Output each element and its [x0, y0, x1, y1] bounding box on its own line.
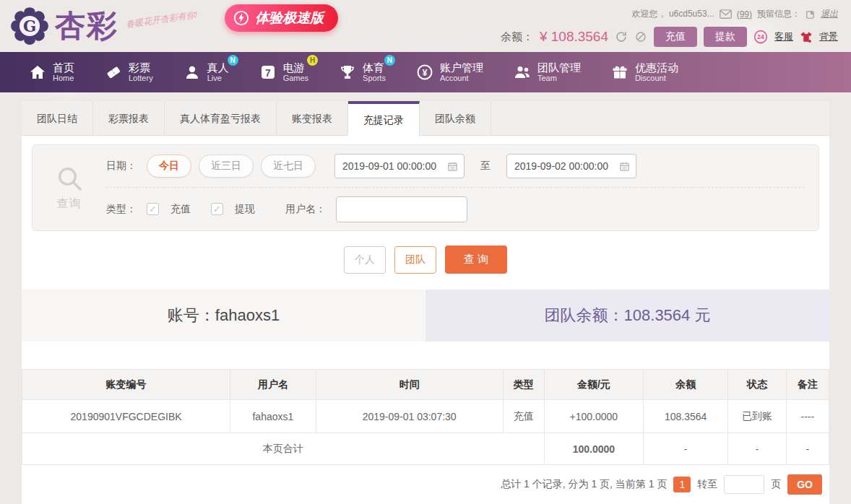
nav-item-home[interactable]: 首页Home	[29, 61, 74, 83]
account-bar: 账号：fahaoxs1 团队余额：108.3564 元	[22, 290, 829, 342]
goto-page-input[interactable]	[724, 475, 764, 494]
nav-zh-label: 账户管理	[440, 61, 483, 74]
nav-item-live[interactable]: 真人Live N	[183, 61, 229, 83]
hot-badge: H	[307, 55, 318, 66]
new-badge: N	[384, 55, 395, 66]
nav-en-label: Live	[207, 74, 229, 83]
brand-tagline: 春暖花开杏彩有你!	[125, 9, 198, 31]
recharge-checkbox[interactable]: ✓	[147, 203, 159, 215]
summary-balance: -	[644, 433, 728, 465]
nav-zh-label: 体育	[363, 61, 386, 74]
tab-lottery-report[interactable]: 彩票报表	[93, 101, 165, 135]
balance-value: ¥ 108.3564	[540, 29, 608, 45]
summary-row: 本页合计 100.0000 - - -	[22, 433, 829, 465]
nav-item-discount[interactable]: 优惠活动Discount	[611, 61, 678, 83]
nav-item-account[interactable]: ¥ 账户管理Account	[416, 61, 483, 83]
logout-link[interactable]: 退出	[821, 8, 838, 20]
cell-username: fahaoxs1	[230, 400, 316, 433]
action-row: 个人 团队 查 询	[22, 246, 829, 274]
summary-status: -	[728, 433, 786, 465]
col-status: 状态	[728, 370, 786, 400]
balance-label: 余额：	[501, 30, 533, 44]
cell-type: 充值	[503, 400, 544, 433]
speed-version-label: 体验极速版	[255, 9, 324, 27]
brand-logo[interactable]: G 杏彩 春暖花开杏彩有你!	[10, 6, 197, 46]
nav-item-sports[interactable]: 体育Sports N	[339, 61, 386, 83]
main-nav: 首页Home 彩票Lottery 真人Live N 7 电游Games H 体育…	[0, 52, 851, 92]
type-label: 类型：	[106, 203, 137, 216]
nav-item-lottery[interactable]: 彩票Lottery	[105, 61, 153, 83]
header-right: 欢迎您， u6cd5u53... (99) 预留信息： 退出 余额： ¥ 108…	[501, 5, 838, 47]
range-7days-pill[interactable]: 近七日	[261, 155, 316, 178]
username-label: 用户名：	[285, 203, 326, 216]
withdraw-button[interactable]: 提款	[704, 27, 747, 47]
shirt-icon	[800, 30, 813, 43]
nav-item-games[interactable]: 7 电游Games H	[259, 61, 308, 83]
mail-count-link[interactable]: (99)	[737, 9, 752, 19]
hide-balance-icon[interactable]	[634, 30, 647, 43]
query-button[interactable]: 查 询	[445, 246, 507, 274]
svg-text:G: G	[23, 17, 36, 35]
range-3days-pill[interactable]: 近三日	[199, 155, 254, 178]
pagination-summary: 总计 1 个记录, 分为 1 页, 当前第 1 页	[501, 478, 667, 491]
service-link[interactable]: 客服	[774, 30, 793, 43]
withdraw-checkbox-label: 提现	[235, 203, 255, 216]
date-to-input[interactable]: 2019-09-02 00:00:00	[506, 154, 636, 178]
new-badge: N	[228, 55, 238, 66]
username-input[interactable]	[336, 196, 467, 222]
refresh-icon[interactable]	[615, 30, 628, 43]
gift-icon	[611, 64, 628, 81]
summary-amount: 100.0000	[544, 433, 643, 465]
pagination: 总计 1 个记录, 分为 1 页, 当前第 1 页 1 转至 页 GO	[22, 465, 829, 504]
nav-en-label: Lottery	[129, 74, 153, 83]
nav-en-label: Team	[537, 74, 581, 83]
coin-yuan-icon: ¥	[416, 64, 433, 81]
filter-type-row: 类型： ✓ 充值 ✓ 提现 用户名：	[106, 188, 804, 230]
tab-team-balance[interactable]: 团队余额	[420, 101, 491, 135]
lightning-icon	[233, 10, 249, 26]
trophy-icon	[339, 64, 356, 81]
mail-icon[interactable]	[720, 9, 732, 19]
records-table: 账变编号 用户名 时间 类型 金额/元 余额 状态 备注 20190901VFG…	[22, 369, 829, 465]
cell-change-id: 20190901VFGCDEGIBK	[22, 400, 230, 433]
goto-label: 转至	[697, 478, 717, 491]
cell-amount: +100.0000	[544, 400, 643, 433]
range-today-pill[interactable]: 今日	[147, 155, 191, 178]
team-people-icon	[514, 64, 531, 81]
page-unit-label: 页	[771, 478, 781, 491]
date-to-value: 2019-09-02 00:00:00	[514, 160, 608, 172]
balance-row: 余额： ¥ 108.3564 充值 提款 24 客服 背景	[501, 27, 838, 47]
edit-icon[interactable]	[805, 9, 816, 19]
team-button[interactable]: 团队	[394, 246, 436, 274]
table-header-row: 账变编号 用户名 时间 类型 金额/元 余额 状态 备注	[22, 370, 829, 400]
tab-recharge-withdraw-records[interactable]: 充提记录	[348, 101, 420, 136]
recharge-button[interactable]: 充值	[654, 27, 697, 47]
brand-name: 杏彩	[55, 6, 118, 46]
search-hint-label: 查询	[56, 196, 82, 212]
nav-item-team[interactable]: 团队管理Team	[514, 61, 581, 83]
nav-en-label: Sports	[363, 74, 386, 83]
date-from-input[interactable]: 2019-09-01 00:00:00	[334, 154, 465, 178]
cell-status: 已到账	[728, 400, 786, 433]
ticket-icon	[105, 64, 122, 81]
go-button[interactable]: GO	[787, 474, 822, 495]
nav-zh-label: 团队管理	[537, 61, 581, 74]
background-link[interactable]: 背景	[819, 30, 838, 43]
filter-box: 查询 日期： 今日 近三日 近七日 2019-09-01 00:00:00 至 …	[32, 144, 819, 231]
speed-version-button[interactable]: 体验极速版	[225, 4, 338, 32]
page-1-button[interactable]: 1	[673, 477, 691, 492]
col-amount: 金额/元	[544, 370, 643, 400]
tab-account-change-report[interactable]: 账变报表	[277, 101, 348, 135]
cell-remark: ----	[786, 400, 829, 433]
nav-zh-label: 优惠活动	[635, 61, 678, 74]
withdraw-checkbox[interactable]: ✓	[211, 203, 223, 215]
game-7-icon: 7	[259, 64, 277, 81]
cell-time: 2019-09-01 03:07:30	[316, 400, 503, 433]
tab-team-daily[interactable]: 团队日结	[22, 101, 93, 135]
personal-button[interactable]: 个人	[344, 246, 386, 274]
col-type: 类型	[503, 370, 544, 400]
svg-text:¥: ¥	[423, 67, 428, 77]
tab-live-sports-report[interactable]: 真人体育盈亏报表	[165, 101, 277, 135]
nav-en-label: Home	[53, 74, 74, 83]
nav-zh-label: 首页	[53, 61, 74, 74]
